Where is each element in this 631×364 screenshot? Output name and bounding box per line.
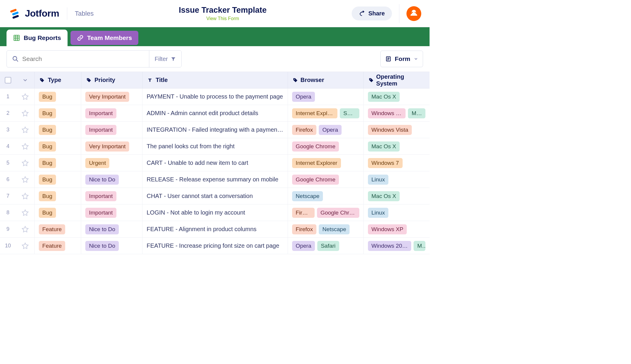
cell-browser[interactable]: Opera [288,88,364,105]
cell-title[interactable]: The panel looks cut from the right [142,138,288,154]
star-button[interactable] [16,105,35,121]
cell-priority[interactable]: Nice to Do [81,171,142,188]
cell-browser[interactable]: FirefoxOpera [288,122,364,138]
cell-title[interactable]: INTEGRATION - Failed integrating with a … [142,122,288,138]
cell-browser[interactable]: Netscape [288,188,364,204]
cell-type[interactable]: Bug [35,155,81,171]
cell-priority[interactable]: Very Important [81,88,142,105]
cell-os[interactable]: Windows XPMac [364,105,430,121]
cell-os[interactable]: Windows 2000M [364,238,430,254]
form-button[interactable]: Form [380,51,423,67]
star-button[interactable] [16,171,35,188]
star-button[interactable] [16,204,35,221]
filter-button[interactable]: Filter [149,51,181,67]
cell-browser[interactable]: OperaSafari [288,238,364,254]
cell-type[interactable]: Bug [35,122,81,138]
cell-priority[interactable]: Important [81,188,142,204]
table-row[interactable]: 9FeatureNice to DoFEATURE - Alignment in… [0,221,430,238]
cell-type[interactable]: Bug [35,105,81,121]
col-label: Type [48,77,61,83]
cell-browser[interactable]: Internet Explorer [288,155,364,171]
star-button[interactable] [16,122,35,138]
cell-priority[interactable]: Nice to Do [81,221,142,237]
view-form-link[interactable]: View This Form [206,16,239,21]
cell-priority[interactable]: Important [81,204,142,221]
select-all-cell[interactable] [0,72,16,88]
svg-rect-5 [14,35,19,41]
cell-type[interactable]: Bug [35,204,81,221]
cell-os[interactable]: Mac Os X [364,138,430,154]
cell-title[interactable]: FEATURE - Alignment in product columns [142,221,288,237]
star-button[interactable] [16,138,35,154]
table-row[interactable]: 6BugNice to DoRELEASE - Release expense … [0,171,430,188]
cell-os[interactable]: Mac Os X [364,88,430,105]
cell-browser[interactable]: Internet ExplorerSafar [288,105,364,121]
cell-type[interactable]: Feature [35,221,81,237]
col-os[interactable]: Operating System [364,72,430,88]
cell-os[interactable]: Linux [364,204,430,221]
cell-browser[interactable]: Google Chrome [288,138,364,154]
cell-title[interactable]: CART - Unable to add new item to cart [142,155,288,171]
type-pill: Bug [39,108,56,118]
checkbox-icon[interactable] [5,77,11,83]
star-button[interactable] [16,221,35,237]
expand-header[interactable] [16,72,35,88]
cell-priority[interactable]: Very Important [81,138,142,154]
table-row[interactable]: 10FeatureNice to DoFEATURE - Increase pr… [0,238,430,254]
cell-type[interactable]: Bug [35,188,81,204]
cell-type[interactable]: Bug [35,88,81,105]
cell-priority[interactable]: Urgent [81,155,142,171]
cell-title[interactable]: PAYMENT - Unable to process to the payme… [142,88,288,105]
cell-priority[interactable]: Important [81,122,142,138]
cell-type[interactable]: Feature [35,238,81,254]
os-pill: Windows 7 [368,158,403,168]
cell-os[interactable]: Windows Vista [364,122,430,138]
cell-title[interactable]: ADMIN - Admin cannot edit product detail… [142,105,288,121]
cell-priority[interactable]: Important [81,105,142,121]
cell-os[interactable]: Windows XP [364,221,430,237]
data-grid: Type Priority Title Browser Operating Sy… [0,72,430,254]
col-type[interactable]: Type [35,72,81,88]
cell-type[interactable]: Bug [35,138,81,154]
table-row[interactable]: 8BugImportantLOGIN - Not able to login m… [0,204,430,221]
cell-title[interactable]: CHAT - User cannot start a conversation [142,188,288,204]
tab-bug-reports[interactable]: Bug Reports [7,30,68,46]
svg-rect-2 [12,15,19,19]
search-input[interactable] [22,55,144,62]
star-icon [22,93,29,100]
cell-os[interactable]: Linux [364,171,430,188]
section-label[interactable]: Tables [75,10,94,17]
table-row[interactable]: 3BugImportantINTEGRATION - Failed integr… [0,122,430,138]
cell-title[interactable]: RELEASE - Release expense summary on mob… [142,171,288,188]
star-button[interactable] [16,88,35,105]
logo[interactable]: Jotform [9,8,59,20]
tab-team-members[interactable]: Team Members [71,31,138,45]
col-title[interactable]: Title [142,72,288,88]
cell-os[interactable]: Windows 7 [364,155,430,171]
cell-browser[interactable]: FirefoxGoogle Chrome [288,204,364,221]
col-priority[interactable]: Priority [81,72,143,88]
table-row[interactable]: 1BugVery ImportantPAYMENT - Unable to pr… [0,88,430,105]
table-row[interactable]: 4BugVery ImportantThe panel looks cut fr… [0,138,430,155]
browser-pill: Google Chrome [292,175,339,185]
type-pill: Bug [39,208,56,218]
col-browser[interactable]: Browser [288,72,364,88]
cell-title[interactable]: FEATURE - Increase pricing font size on … [142,238,288,254]
cell-priority[interactable]: Nice to Do [81,238,142,254]
share-button[interactable]: Share [352,7,392,20]
cell-os[interactable]: Mac Os X [364,188,430,204]
star-button[interactable] [16,188,35,204]
cell-browser[interactable]: Google Chrome [288,171,364,188]
table-row[interactable]: 2BugImportantADMIN - Admin cannot edit p… [0,105,430,122]
table-row[interactable]: 5BugUrgentCART - Unable to add new item … [0,155,430,171]
table-row[interactable]: 7BugImportantCHAT - User cannot start a … [0,188,430,204]
cell-title[interactable]: LOGIN - Not able to login my account [142,204,288,221]
search-box[interactable] [7,51,149,67]
star-button[interactable] [16,238,35,254]
filter-icon [171,56,176,62]
avatar[interactable] [406,6,421,21]
cell-browser[interactable]: FirefoxNetscape [288,221,364,237]
tag-icon [369,78,374,83]
star-button[interactable] [16,155,35,171]
cell-type[interactable]: Bug [35,171,81,188]
